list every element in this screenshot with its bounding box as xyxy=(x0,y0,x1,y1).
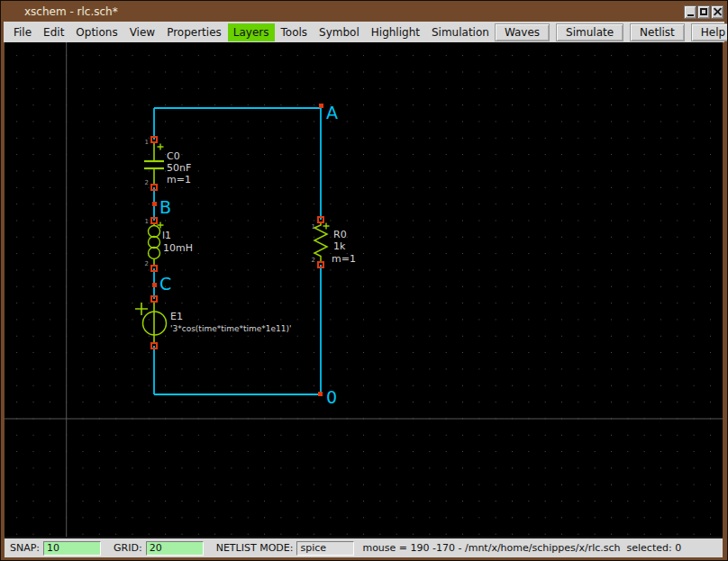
netlist-mode-label: NETLIST MODE: xyxy=(216,542,294,554)
menu-options[interactable]: Options xyxy=(70,23,123,41)
grid-label: GRID: xyxy=(114,542,142,554)
net-labels: A B C 0 xyxy=(152,103,338,407)
menu-view[interactable]: View xyxy=(124,23,160,41)
pin-number: 2 xyxy=(145,179,149,186)
snap-input[interactable] xyxy=(43,541,101,556)
menu-bar: File Edit Options View Properties Layers… xyxy=(4,22,724,42)
label-pin-marker xyxy=(318,392,323,396)
pin-number: 2 xyxy=(145,260,149,267)
plus-mark-icon xyxy=(323,223,330,230)
toolbar-buttons: Waves Simulate Netlist Help xyxy=(495,23,728,41)
maximize-button[interactable] xyxy=(697,5,710,19)
menu-layers[interactable]: Layers xyxy=(228,23,275,41)
axes xyxy=(5,42,723,537)
component-mult: m=1 xyxy=(167,174,191,185)
net-label-a[interactable]: A xyxy=(326,103,338,122)
netlist-mode-input[interactable] xyxy=(296,541,354,556)
plus-mark-icon xyxy=(135,303,148,315)
net-label-b[interactable]: B xyxy=(159,197,171,217)
minimize-icon xyxy=(687,14,694,16)
label-pin-marker xyxy=(152,202,157,206)
component-value: 50nF xyxy=(167,162,191,174)
title-bar[interactable]: xschem - rlc.sch* xyxy=(3,2,725,22)
close-icon xyxy=(714,8,722,16)
mouse-coordinates-status: mouse = 190 -170 - /mnt/x/home/schippes/… xyxy=(362,542,681,554)
minimize-button[interactable] xyxy=(684,5,696,19)
component-ref: l1 xyxy=(162,230,171,241)
label-pin-marker xyxy=(152,283,157,287)
menu-tools[interactable]: Tools xyxy=(276,23,314,41)
help-button[interactable]: Help xyxy=(691,23,728,41)
component-ref: E1 xyxy=(170,311,183,322)
label-pin-marker xyxy=(319,104,323,108)
netlist-button[interactable]: Netlist xyxy=(630,23,685,41)
pin-number: 1 xyxy=(312,223,315,231)
grid-input[interactable] xyxy=(146,541,204,556)
status-bar: SNAP: GRID: NETLIST MODE: mouse = 190 -1… xyxy=(5,537,723,557)
net-label-gnd[interactable]: 0 xyxy=(326,387,337,407)
inductor-symbol[interactable]: 1 2 l1 10mH xyxy=(145,218,193,271)
menu-highlight[interactable]: Highlight xyxy=(366,23,425,41)
pin-number: 1 xyxy=(145,139,149,146)
window-title: xschem - rlc.sch* xyxy=(24,5,118,18)
voltage-source-symbol[interactable]: E1 '3*cos(time*time*time*1e11)' xyxy=(135,296,292,348)
waves-button[interactable]: Waves xyxy=(495,23,550,41)
window-controls xyxy=(684,5,723,19)
component-value: '3*cos(time*time*time*1e11)' xyxy=(170,324,292,333)
menu-simulation[interactable]: Simulation xyxy=(426,23,495,41)
component-ref: C0 xyxy=(167,150,180,162)
menu-properties[interactable]: Properties xyxy=(161,23,227,41)
close-button[interactable] xyxy=(711,5,723,19)
net-label-c[interactable]: C xyxy=(159,274,171,294)
pin-number: 1 xyxy=(145,218,149,225)
component-value: 1k xyxy=(333,240,346,252)
schematic-drawing: 1 2 C0 50nF m=1 1 2 l1 10mH xyxy=(5,42,723,537)
maximize-icon xyxy=(700,8,707,15)
resistor-symbol[interactable]: 1 2 R0 1k m=1 xyxy=(312,217,356,267)
capacitor-symbol[interactable]: 1 2 C0 50nF m=1 xyxy=(144,137,191,190)
simulate-button[interactable]: Simulate xyxy=(556,23,623,41)
component-mult: m=1 xyxy=(332,253,356,265)
pin-number: 2 xyxy=(312,257,315,264)
plus-mark-icon xyxy=(158,144,164,150)
component-value: 10mH xyxy=(163,242,193,254)
menu-edit[interactable]: Edit xyxy=(38,23,69,41)
menu-file[interactable]: File xyxy=(8,23,37,41)
component-ref: R0 xyxy=(333,229,347,240)
menu-symbol[interactable]: Symbol xyxy=(314,23,365,41)
schematic-canvas[interactable]: 1 2 C0 50nF m=1 1 2 l1 10mH xyxy=(5,42,723,537)
xschem-window: xschem - rlc.sch* File Edit Options View… xyxy=(0,0,728,561)
snap-label: SNAP: xyxy=(10,542,40,554)
